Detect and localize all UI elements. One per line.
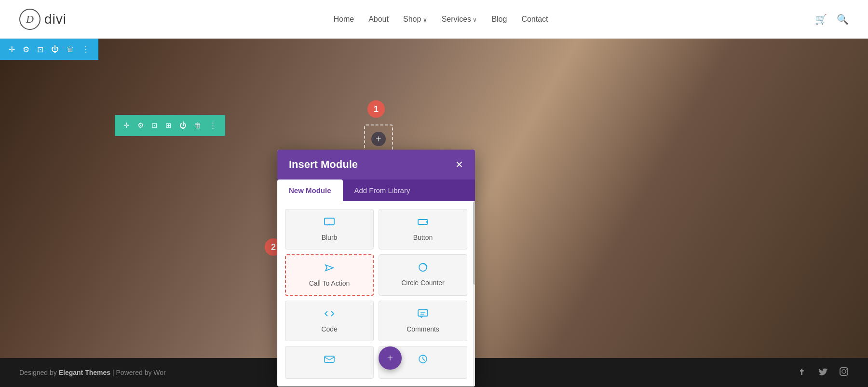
tab-add-from-library[interactable]: Add From Library	[343, 180, 422, 201]
instagram-icon[interactable]	[839, 367, 849, 379]
module-call-to-action[interactable]: Call To Action	[285, 254, 374, 296]
modal-scrollbar[interactable]	[473, 201, 475, 387]
button-label: Button	[413, 234, 433, 241]
comments-label: Comments	[407, 325, 439, 333]
modal-title: Insert Module	[289, 158, 358, 171]
cart-icon[interactable]: 🛒	[815, 14, 827, 25]
button-icon	[417, 217, 429, 230]
circle-counter-label: Circle Counter	[401, 279, 444, 287]
cta-icon	[324, 263, 335, 276]
nav-blog[interactable]: Blog	[491, 15, 507, 24]
footer-brand: Elegant Themes	[59, 369, 110, 376]
svg-line-13	[423, 359, 425, 360]
svg-point-18	[846, 369, 847, 370]
facebook-icon[interactable]	[797, 367, 806, 379]
modal-body: Blurb Button Call To Action Circle Count	[277, 201, 475, 387]
svg-rect-0	[325, 218, 334, 225]
footer-social	[797, 367, 849, 379]
twitter-icon[interactable]	[818, 367, 827, 379]
svg-marker-5	[326, 265, 333, 271]
tb-more-btn[interactable]: ⋮	[79, 43, 93, 56]
contact-form-icon	[324, 354, 335, 367]
toolbar-top: ✛ ⚙ ⊡ ⏻ 🗑 ⋮	[0, 39, 98, 60]
nav-icons: 🛒 🔍	[815, 14, 849, 25]
module-button[interactable]: Button	[379, 209, 467, 249]
tbm-clone-btn[interactable]: ⊡	[149, 119, 161, 132]
tb-settings-btn[interactable]: ⚙	[20, 43, 32, 56]
countdown-icon	[417, 354, 429, 367]
blurb-label: Blurb	[322, 234, 338, 241]
nav-bar: D divi Home About Shop Services Blog Con…	[0, 0, 868, 39]
module-blurb[interactable]: Blurb	[285, 209, 374, 249]
nav-home[interactable]: Home	[333, 15, 354, 24]
search-icon[interactable]: 🔍	[837, 14, 849, 25]
toolbar-mid: ✛ ⚙ ⊡ ⊞ ⏻ 🗑 ⋮	[115, 115, 225, 136]
logo-text: divi	[44, 12, 67, 27]
nav-shop[interactable]: Shop	[403, 15, 427, 24]
code-label: Code	[321, 325, 337, 333]
comments-icon	[417, 309, 429, 321]
module-code[interactable]: Code	[285, 301, 374, 341]
cta-label: Call To Action	[309, 279, 350, 287]
footer-credit: Designed by Elegant Themes | Powered by …	[19, 369, 166, 376]
tbm-add-btn[interactable]: ✛	[121, 119, 133, 132]
code-icon	[324, 309, 335, 321]
module-comments[interactable]: Comments	[379, 301, 467, 341]
logo-circle: D	[19, 9, 41, 30]
nav-contact[interactable]: Contact	[521, 15, 548, 24]
logo[interactable]: D divi	[19, 9, 67, 30]
tb-clone-btn[interactable]: ⊡	[34, 43, 46, 56]
tab-new-module[interactable]: New Module	[277, 180, 343, 201]
nav-services[interactable]: Services	[442, 15, 477, 24]
svg-rect-10	[325, 356, 334, 362]
modal-tabs: New Module Add From Library	[277, 180, 475, 201]
tbm-columns-btn[interactable]: ⊞	[163, 119, 175, 132]
badge-1: 1	[367, 100, 385, 118]
tb-power-btn[interactable]: ⏻	[48, 43, 62, 55]
tb-delete-btn[interactable]: 🗑	[64, 43, 77, 55]
tb-add-btn[interactable]: ✛	[6, 43, 18, 56]
nav-about[interactable]: About	[368, 15, 389, 24]
circle-counter-icon	[417, 263, 429, 275]
module-grid: Blurb Button Call To Action Circle Count	[285, 209, 467, 379]
blurb-icon	[324, 217, 335, 230]
modal-header: Insert Module ✕	[277, 150, 475, 180]
svg-point-17	[842, 370, 846, 373]
module-circle-counter[interactable]: Circle Counter	[379, 254, 467, 296]
tbm-more-btn[interactable]: ⋮	[206, 119, 219, 132]
nav-links: Home About Shop Services Blog Contact	[333, 15, 548, 24]
add-module-zone[interactable]: +	[364, 124, 393, 153]
add-module-btn[interactable]: +	[371, 132, 386, 146]
svg-rect-7	[418, 310, 428, 316]
tbm-power-btn[interactable]: ⏻	[176, 120, 190, 132]
insert-module-modal: Insert Module ✕ New Module Add From Libr…	[277, 150, 475, 387]
module-contact-form[interactable]	[285, 346, 374, 379]
modal-close-btn[interactable]: ✕	[455, 159, 463, 170]
tbm-delete-btn[interactable]: 🗑	[191, 120, 204, 132]
fab-bottom-btn[interactable]: +	[379, 346, 402, 370]
modal-scrollbar-thumb	[473, 201, 475, 285]
tbm-settings-btn[interactable]: ⚙	[135, 119, 147, 132]
